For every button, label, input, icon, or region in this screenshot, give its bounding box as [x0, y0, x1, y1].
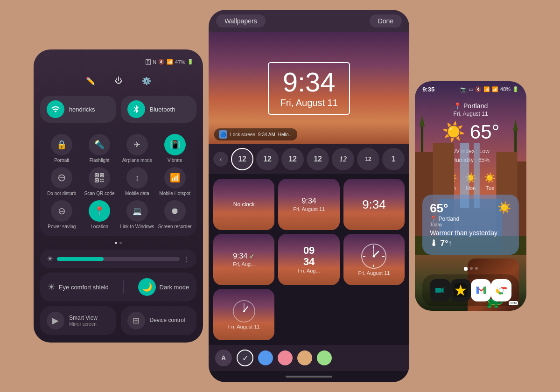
- eye-comfort-label: Eye comfort shield: [59, 284, 109, 291]
- weather-detail-card[interactable]: 65° 📍 Portland Today Warmer than yesterd…: [422, 195, 519, 255]
- clock-num-5[interactable]: 12: [332, 148, 354, 170]
- done-button[interactable]: Done: [370, 14, 402, 28]
- home-screen-panel: 9:35 📷 ▭ 🔇 📶 📶 48% 🔋 📍 Portland Fri, Aug…: [415, 81, 526, 311]
- clock-selection-box: 9:34 Fri, August 11: [268, 62, 350, 115]
- digital-large-option[interactable]: 9:34: [343, 179, 405, 230]
- notif-text: Hello...: [278, 132, 293, 137]
- link-windows-toggle[interactable]: 💻 Link to Windows: [120, 200, 154, 230]
- power-saving-toggle[interactable]: ⊖ Power saving: [45, 200, 79, 230]
- home-indicator-bar: [209, 371, 409, 382]
- dock-gmail[interactable]: [471, 279, 491, 301]
- svg-point-17: [373, 255, 375, 258]
- edit-icon[interactable]: ✏️: [84, 74, 97, 87]
- color-pink[interactable]: [278, 350, 293, 365]
- no-clock-option[interactable]: No clock: [213, 179, 274, 230]
- brightness-slider[interactable]: [57, 257, 180, 261]
- dnd-toggle[interactable]: ⊖ Do not disturb: [45, 167, 79, 196]
- digital-split-option[interactable]: 09 34 Fri, Aug...: [278, 234, 339, 285]
- screen-recorder-toggle[interactable]: ⏺ Screen recorder: [158, 200, 192, 230]
- lockscreen-date: Fri, August 11: [280, 98, 337, 108]
- clock-style-strip: ‹ 12 12 12 12 12 12 1: [209, 144, 409, 174]
- widget-pin-icon: 📍: [430, 216, 437, 222]
- brightness-control[interactable]: ☀ ⋮: [40, 250, 196, 268]
- analog-clock-option[interactable]: Fri, August 11: [343, 234, 405, 285]
- selected-color-check[interactable]: ✓: [237, 350, 253, 366]
- font-selector-a[interactable]: A: [215, 350, 232, 366]
- pdot-1: [464, 267, 468, 271]
- settings-icon[interactable]: ⚙️: [140, 74, 153, 87]
- svg-rect-6: [100, 179, 102, 180]
- p3-battery-icon: 🔋: [512, 86, 519, 92]
- power-icon[interactable]: ⏻: [112, 74, 125, 87]
- smart-view-icon: ▶: [47, 312, 64, 329]
- p3-dock: Beta: [422, 274, 519, 306]
- lockscreen-notification: 🔵 Lock screen 9:34 AM Hello...: [214, 128, 297, 140]
- notif-app-icon: 🔵: [219, 130, 227, 139]
- clock-num-6[interactable]: 12: [357, 148, 379, 170]
- p3-status-bar: 9:35 📷 ▭ 🔇 📶 📶 48% 🔋: [415, 81, 526, 95]
- airplane-toggle[interactable]: ✈ Airplane mode: [120, 134, 154, 163]
- portrait-toggle[interactable]: 🔒 Portrait: [45, 134, 79, 163]
- smart-view-label: Smart View: [69, 315, 98, 322]
- svg-marker-32: [513, 119, 518, 131]
- qr-toggle[interactable]: Scan QR code: [83, 167, 117, 196]
- dark-mode-toggle[interactable]: 🌙 Dark mode: [138, 278, 189, 296]
- bluetooth-tile[interactable]: Bluetooth: [121, 96, 197, 123]
- hotspot-toggle[interactable]: 📶 Mobile Hotspot: [158, 167, 192, 196]
- color-peach[interactable]: [297, 350, 312, 365]
- thin-clock-face: [232, 300, 256, 323]
- check-mark: ✓: [249, 252, 255, 260]
- eye-comfort-toggle[interactable]: ☀ Eye comfort shield: [48, 282, 109, 292]
- clock-num-4[interactable]: 12: [307, 148, 329, 170]
- dnd-label: Do not disturb: [47, 191, 76, 196]
- widget-location: 📍 Portland: [430, 216, 497, 222]
- status-bar: 🄱 N 🔇 📶 47% 🔋: [40, 57, 196, 68]
- svg-rect-7: [103, 179, 104, 180]
- p3-page-dots: [415, 264, 526, 273]
- wallpapers-button[interactable]: Wallpapers: [216, 14, 266, 28]
- clock-num-2[interactable]: 12: [256, 148, 279, 170]
- pin-icon: 📍: [454, 102, 462, 110]
- svg-rect-31: [514, 129, 517, 152]
- p3-status-icons: 📷 ▭ 🔇 📶 📶 48% 🔋: [460, 86, 519, 92]
- phone1-quick-settings: 🄱 N 🔇 📶 47% 🔋 ✏️ ⏻ ⚙️ hendricks: [34, 49, 203, 343]
- flashlight-toggle[interactable]: 🔦 Flashlight: [83, 134, 117, 163]
- airplane-icon: ✈: [126, 134, 148, 155]
- clock-prev-button[interactable]: ‹: [213, 152, 228, 167]
- clock-num-1[interactable]: 12: [231, 148, 253, 170]
- dock-google-meet[interactable]: [430, 279, 450, 301]
- widget-desc: Warmer than yesterday: [430, 229, 497, 237]
- dock-star-app[interactable]: [450, 279, 471, 301]
- brightness-more[interactable]: ⋮: [183, 255, 190, 263]
- clock-num-3[interactable]: 12: [281, 148, 304, 170]
- svg-rect-38: [483, 287, 486, 294]
- quick-settings-toolbar: ✏️ ⏻ ⚙️: [40, 72, 196, 91]
- wifi-tile[interactable]: hendricks: [40, 96, 116, 123]
- dock-chrome[interactable]: Beta: [491, 279, 511, 301]
- color-blue[interactable]: [258, 350, 273, 365]
- flashlight-label: Flashlight: [90, 158, 110, 163]
- dark-mode-label: Dark mode: [160, 284, 189, 291]
- wifi-name: hendricks: [69, 106, 95, 113]
- device-control-tile[interactable]: ⊞ Device control: [121, 306, 197, 335]
- clock-num-7[interactable]: 1: [382, 148, 405, 170]
- location-toggle[interactable]: 📍 Location: [83, 200, 117, 230]
- digital-check-option[interactable]: 9:34 ✓ Fri, Aug...: [213, 234, 274, 285]
- mobile-data-toggle[interactable]: ↕ Mobile data: [120, 167, 154, 196]
- pdot-3: [475, 267, 478, 270]
- color-green[interactable]: [317, 350, 332, 365]
- smart-view-tile[interactable]: ▶ Smart View Mirror screen: [40, 306, 116, 335]
- split-minutes: 34: [303, 257, 315, 267]
- vibrate-toggle[interactable]: 📳 Vibrate: [158, 134, 192, 163]
- thin-clock-option[interactable]: Fri, August 11: [213, 289, 274, 340]
- p3-mute-icon: 🔇: [475, 86, 482, 92]
- dot-2: [119, 242, 122, 244]
- notif-time: 9:34 AM: [258, 132, 275, 137]
- digital-small-option[interactable]: 9:34 Fri, August 11: [278, 179, 339, 230]
- split-date: Fri, Aug...: [298, 268, 320, 273]
- digital-large-time: 9:34: [362, 198, 386, 211]
- nfc-icon: N: [153, 59, 156, 65]
- location-label: Location: [91, 224, 108, 230]
- clock-picker-panel: Wallpapers Done 9:34 Fri, August 11 🔵 Lo…: [209, 10, 409, 382]
- svg-rect-29: [421, 124, 423, 152]
